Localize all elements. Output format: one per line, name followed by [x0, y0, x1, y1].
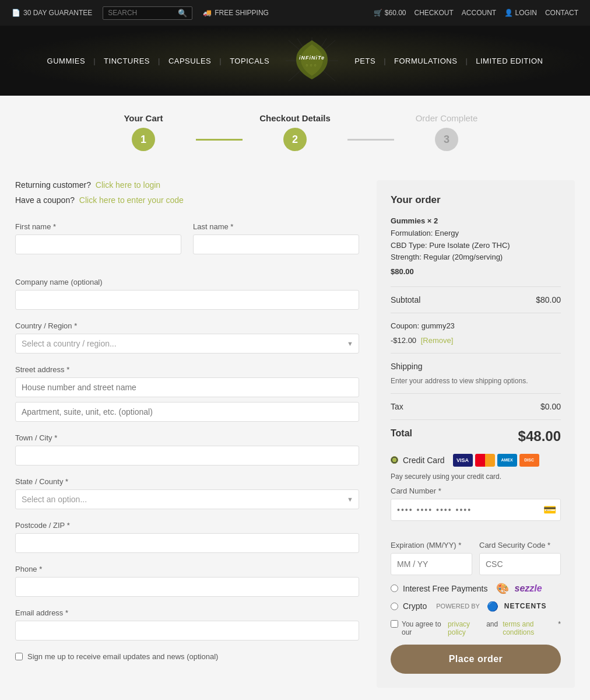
search-box[interactable]: 🔍	[103, 6, 192, 20]
nav-tinctures[interactable]: TINCTURES	[104, 57, 150, 65]
and-text: and	[486, 620, 498, 628]
account-link[interactable]: ACCOUNT	[462, 9, 496, 17]
shipping-desc: Enter your address to view shipping opti…	[391, 377, 561, 385]
agree-text: You agree to our	[402, 620, 443, 636]
postcode-label: Postcode / ZIP *	[15, 521, 359, 530]
card-number-field: 💳	[391, 499, 561, 521]
card-number-group: Card Number * 💳	[391, 487, 561, 529]
tax-label: Tax	[391, 402, 403, 411]
cart-icon: 🛒	[374, 9, 382, 17]
sezzle-label: Interest Free Payments	[403, 584, 488, 593]
last-name-label: Last name *	[193, 222, 359, 231]
order-summary: Your order Gummies × 2 Formulation: Ener…	[377, 180, 575, 688]
last-name-input[interactable]	[193, 235, 359, 254]
search-icon[interactable]: 🔍	[178, 9, 187, 18]
step1-circle: 1	[132, 128, 155, 151]
credit-card-option: Credit Card VISA AMEX DISC	[391, 454, 561, 467]
street-label: Street address *	[15, 365, 359, 374]
cbd-type: CBD Type: Pure Isolate (Zero THC)	[391, 240, 561, 252]
sezzle-radio[interactable]	[391, 584, 398, 592]
expiry-input[interactable]	[391, 553, 472, 575]
credit-card-radio[interactable]	[391, 456, 398, 464]
signup-checkbox[interactable]	[15, 653, 23, 660]
asterisk: *	[558, 620, 561, 628]
shipping-row: Shipping	[391, 362, 561, 371]
company-label: Company name (optional)	[15, 278, 359, 286]
street-input[interactable]	[15, 377, 359, 397]
subtotal-label: Subtotal	[391, 295, 420, 304]
first-name-group: First name *	[15, 222, 181, 254]
nav-pets[interactable]: PETS	[354, 57, 375, 65]
crypto-label: Crypto	[403, 601, 427, 611]
company-input[interactable]	[15, 290, 359, 310]
search-input[interactable]	[108, 9, 178, 17]
sezzle-emoji: 🎨	[496, 582, 509, 595]
credit-card-label: Credit Card	[403, 456, 445, 465]
netcents-icon: 🔵	[487, 601, 498, 612]
privacy-policy-link[interactable]: privacy policy	[448, 620, 482, 636]
csc-input[interactable]	[479, 553, 561, 575]
svg-text:iNFiNiTe: iNFiNiTe	[299, 55, 325, 61]
visa-icon: VISA	[453, 454, 473, 467]
country-label: Country / Region *	[15, 321, 359, 330]
first-name-input[interactable]	[15, 235, 181, 254]
step1-line	[196, 139, 243, 141]
city-input[interactable]	[15, 446, 359, 466]
cart-amount: $60.00	[385, 9, 406, 17]
postcode-input[interactable]	[15, 533, 359, 553]
card-details-row: Expiration (MM/YY) * Card Security Code …	[391, 541, 561, 575]
nav-topicals[interactable]: TOPICALS	[230, 57, 269, 65]
phone-input[interactable]	[15, 577, 359, 597]
discover-icon: DISC	[519, 454, 539, 467]
login-link-form[interactable]: Click here to login	[96, 180, 160, 190]
sezzle-option: Interest Free Payments 🎨 sezzle	[391, 582, 561, 595]
country-select[interactable]: Select a country / region...	[15, 334, 359, 354]
terms-link[interactable]: terms and conditions	[503, 620, 554, 636]
checkout-link[interactable]: CHECKOUT	[415, 9, 454, 17]
formulation: Formulation: Energy	[391, 228, 561, 240]
email-group: Email address *	[15, 608, 359, 640]
nav-capsules[interactable]: CAPSULES	[168, 57, 211, 65]
first-name-label: First name *	[15, 222, 181, 231]
place-order-button[interactable]: Place order	[391, 645, 561, 674]
agree-checkbox[interactable]	[391, 620, 398, 628]
main-nav: GUMMIES | TINCTURES | CAPSULES | TOPICAL…	[0, 26, 590, 96]
guarantee-icon: 📄	[12, 9, 20, 17]
subtotal-value: $80.00	[536, 295, 561, 304]
total-row: Total $48.00	[391, 428, 561, 444]
login-label: LOGIN	[515, 9, 537, 17]
strength: Strength: Regular (20mg/serving)	[391, 251, 561, 264]
remove-coupon-link[interactable]: [Remove]	[421, 336, 454, 345]
card-inline-icon: 💳	[543, 503, 556, 516]
state-select[interactable]: Select an option...	[15, 489, 359, 509]
step3-circle: 3	[435, 128, 458, 151]
guarantee-link[interactable]: 📄 30 DAY GUARANTEE	[12, 9, 92, 17]
cart-link[interactable]: 🛒 $60.00	[374, 9, 406, 17]
nav-limited-edition[interactable]: LIMITED EDITION	[476, 57, 543, 65]
phone-group: Phone *	[15, 565, 359, 597]
item-name: Gummies × 2	[391, 215, 561, 228]
card-number-input[interactable]	[391, 499, 561, 521]
name-row: First name * Last name *	[15, 222, 359, 266]
free-shipping-badge: 🚚 FREE SHIPPING	[203, 9, 269, 17]
item-price: $80.00	[391, 266, 561, 278]
tax-value: $0.00	[540, 402, 561, 411]
nav-gummies[interactable]: GUMMIES	[47, 57, 86, 65]
nav-formulations[interactable]: FORMULATIONS	[394, 57, 457, 65]
contact-link[interactable]: CONTACT	[545, 9, 578, 17]
city-label: Town / City *	[15, 433, 359, 442]
step2-label: Checkout Details	[243, 113, 347, 123]
coupon-link[interactable]: Click here to enter your code	[79, 195, 184, 205]
crypto-option: Crypto POWERED BY 🔵 netcents	[391, 601, 561, 612]
email-input[interactable]	[15, 621, 359, 640]
agree-line: You agree to our privacy policy and term…	[391, 620, 561, 636]
login-link[interactable]: 👤 LOGIN	[504, 9, 537, 17]
crypto-radio[interactable]	[391, 603, 398, 610]
svg-text:○○○: ○○○	[305, 63, 318, 67]
total-label: Total	[391, 428, 412, 444]
brand-logo: iNFiNiTe ○○○	[286, 37, 338, 84]
shipping-label: Shipping	[391, 362, 423, 371]
payment-section: Credit Card VISA AMEX DISC Pay securely …	[391, 454, 561, 674]
apt-input[interactable]	[15, 402, 359, 422]
content-wrapper: Returning customer? Click here to login …	[3, 180, 587, 688]
